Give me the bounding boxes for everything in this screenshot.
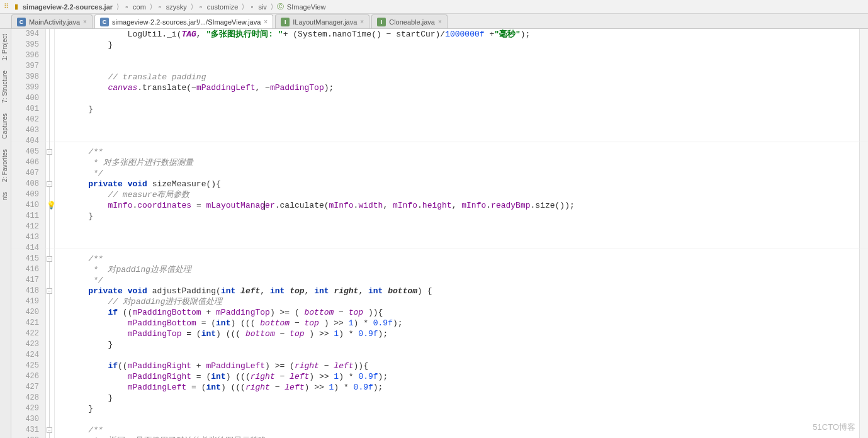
- line-number[interactable]: 406: [11, 157, 39, 168]
- line-number[interactable]: 403: [11, 125, 39, 136]
- close-icon[interactable]: ×: [83, 18, 87, 25]
- line-number[interactable]: 426: [11, 371, 39, 382]
- code-line[interactable]: * 对padding边界值处理: [69, 264, 859, 275]
- editor-tab[interactable]: ICloneable.java×: [371, 14, 448, 28]
- code-line[interactable]: [69, 414, 859, 425]
- line-number[interactable]: 398: [11, 72, 39, 82]
- fold-toggle-icon[interactable]: −: [47, 256, 52, 262]
- breadcrumb-item[interactable]: ▫com: [120, 3, 149, 11]
- code-line[interactable]: }: [69, 104, 859, 115]
- line-number[interactable]: 400: [11, 93, 39, 104]
- close-icon[interactable]: ×: [264, 18, 268, 25]
- line-number[interactable]: 394: [11, 29, 39, 40]
- code-line[interactable]: [69, 125, 859, 136]
- code-area[interactable]: LogUtil._i(TAG, "多张图执行时间: "+ (System.nan…: [55, 29, 859, 438]
- line-number[interactable]: 410: [11, 200, 39, 211]
- line-number[interactable]: 399: [11, 82, 39, 93]
- code-line[interactable]: [69, 232, 859, 243]
- line-number[interactable]: 422: [11, 328, 39, 339]
- line-number[interactable]: 423: [11, 339, 39, 350]
- line-number[interactable]: 429: [11, 403, 39, 414]
- line-number[interactable]: 413: [11, 232, 39, 243]
- line-number[interactable]: 424: [11, 350, 39, 361]
- tool-window-tab[interactable]: Captures: [0, 108, 9, 144]
- breadcrumb-item[interactable]: ▫szysky: [154, 3, 189, 11]
- tool-window-tab[interactable]: 2: Favorites: [0, 144, 9, 187]
- close-icon[interactable]: ×: [360, 18, 364, 25]
- code-line[interactable]: [69, 350, 859, 361]
- line-number[interactable]: 412: [11, 222, 39, 232]
- code-line[interactable]: */: [69, 168, 859, 179]
- line-number[interactable]: 411: [11, 211, 39, 222]
- tool-window-tab[interactable]: 7: Structure: [0, 65, 9, 108]
- code-line[interactable]: [69, 115, 859, 125]
- line-number[interactable]: 430: [11, 414, 39, 425]
- code-line[interactable]: LogUtil._i(TAG, "多张图执行时间: "+ (System.nan…: [69, 29, 859, 40]
- code-line[interactable]: [69, 136, 859, 147]
- code-line[interactable]: }: [69, 393, 859, 403]
- code-line[interactable]: * 对多张图片进行数据测量: [69, 157, 859, 168]
- line-number[interactable]: 395: [11, 40, 39, 50]
- line-number[interactable]: 417: [11, 275, 39, 286]
- line-number[interactable]: 431: [11, 425, 39, 435]
- code-line[interactable]: mPaddingRight = (int) (((right − left) >…: [69, 371, 859, 382]
- line-number[interactable]: 427: [11, 382, 39, 393]
- line-number[interactable]: 408: [11, 179, 39, 189]
- code-line[interactable]: * 返回 是否使用了默认的单张绘图显示策略.: [69, 435, 859, 438]
- code-line[interactable]: [69, 61, 859, 72]
- code-line[interactable]: [69, 243, 859, 254]
- code-line[interactable]: mInfo.coordinates = mLayoutManager.calcu…: [69, 200, 859, 211]
- code-line[interactable]: mPaddingBottom = (int) ((( bottom − top …: [69, 318, 859, 328]
- breadcrumb-item[interactable]: ▫siv: [245, 3, 269, 11]
- line-number[interactable]: 419: [11, 296, 39, 307]
- line-number[interactable]: 420: [11, 307, 39, 318]
- editor-tab[interactable]: CMainActivity.java×: [11, 14, 93, 28]
- tool-window-tab[interactable]: nts: [0, 187, 9, 205]
- line-number[interactable]: 425: [11, 361, 39, 371]
- fold-gutter[interactable]: −−−−−: [46, 29, 55, 438]
- fold-toggle-icon[interactable]: −: [47, 181, 52, 187]
- code-line[interactable]: /**: [69, 147, 859, 157]
- line-number[interactable]: 405: [11, 147, 39, 157]
- editor-tab[interactable]: IILayoutManager.java×: [275, 14, 369, 28]
- code-line[interactable]: mPaddingLeft = (int) (((right − left) >>…: [69, 382, 859, 393]
- line-number[interactable]: 415: [11, 254, 39, 264]
- code-line[interactable]: [69, 93, 859, 104]
- close-icon[interactable]: ×: [438, 18, 442, 25]
- fold-toggle-icon[interactable]: −: [47, 427, 52, 433]
- code-line[interactable]: }: [69, 403, 859, 414]
- intention-bulb-icon[interactable]: 💡: [47, 201, 55, 210]
- tool-window-tab[interactable]: 1: Project: [0, 29, 9, 65]
- breadcrumb-item[interactable]: ▮simageview-2.2-sources.jar: [10, 3, 115, 11]
- code-line[interactable]: if((mPaddingRight + mPaddingLeft) >= (ri…: [69, 361, 859, 371]
- line-number[interactable]: 396: [11, 50, 39, 61]
- code-line[interactable]: [69, 50, 859, 61]
- code-line[interactable]: /**: [69, 254, 859, 264]
- code-line[interactable]: }: [69, 211, 859, 222]
- code-line[interactable]: private void sizeMeasure(){: [69, 179, 859, 189]
- code-line[interactable]: }: [69, 40, 859, 50]
- code-line[interactable]: // measure布局参数: [69, 189, 859, 200]
- code-line[interactable]: // 对padding进行极限值处理: [69, 296, 859, 307]
- fold-toggle-icon[interactable]: −: [47, 288, 52, 294]
- breadcrumb-item[interactable]: ▫customize: [194, 3, 241, 11]
- line-number[interactable]: 418: [11, 286, 39, 296]
- line-number[interactable]: 409: [11, 189, 39, 200]
- error-stripe[interactable]: [859, 29, 868, 438]
- code-line[interactable]: canvas.translate(−mPaddingLeft, −mPaddin…: [69, 82, 859, 93]
- line-number[interactable]: 397: [11, 61, 39, 72]
- code-line[interactable]: if ((mPaddingBottom + mPaddingTop) >= ( …: [69, 307, 859, 318]
- editor-tab[interactable]: Csimageview-2.2-sources.jar!/.../SImageV…: [94, 14, 273, 28]
- line-number[interactable]: 416: [11, 264, 39, 275]
- breadcrumb-item[interactable]: ⒸSImageView: [274, 3, 329, 11]
- line-number[interactable]: 421: [11, 318, 39, 328]
- code-line[interactable]: }: [69, 339, 859, 350]
- line-number[interactable]: 428: [11, 393, 39, 403]
- line-number[interactable]: 401: [11, 104, 39, 115]
- line-number[interactable]: 407: [11, 168, 39, 179]
- code-line[interactable]: mPaddingTop = (int) ((( bottom − top ) >…: [69, 328, 859, 339]
- code-line[interactable]: */: [69, 275, 859, 286]
- code-line[interactable]: // translate padding: [69, 72, 859, 82]
- code-line[interactable]: [69, 222, 859, 232]
- line-number[interactable]: 432: [11, 435, 39, 438]
